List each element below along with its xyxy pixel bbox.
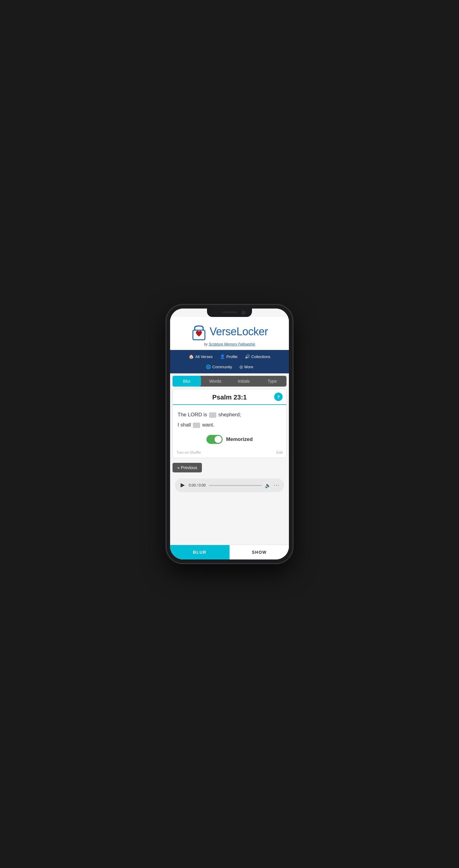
nav-community-label: Community <box>212 365 232 369</box>
blur-word-2 <box>193 423 200 428</box>
nav-row-2: 🌐 Community ◎ More <box>172 363 287 373</box>
verse-text-part1b: shepherd; <box>219 412 241 417</box>
show-button[interactable]: SHOW <box>230 545 289 559</box>
nav-profile[interactable]: 👤 Profile <box>217 353 240 360</box>
notch-speaker <box>222 312 237 313</box>
memorized-row: Memorized <box>177 430 282 447</box>
tab-type[interactable]: Type <box>258 376 287 386</box>
blur-button[interactable]: BLUR <box>170 545 230 559</box>
nav-all-verses[interactable]: 🏠 All Verses <box>186 353 216 360</box>
nav-bar: 🏠 All Verses 👤 Profile 🔊 Collections 🌐 <box>170 350 289 373</box>
bottom-bar: BLUR SHOW <box>170 545 289 559</box>
audio-time: 0:00 / 0:00 <box>189 483 206 488</box>
subtitle-link[interactable]: Scripture Memory Fellowship <box>209 342 255 346</box>
memorized-toggle[interactable] <box>206 435 223 444</box>
edit-link[interactable]: Edit <box>276 451 283 455</box>
audio-player: 0:00 / 0:00 🔈 ⋮ <box>175 478 284 492</box>
nav-more-label: More <box>244 365 254 369</box>
nav-profile-label: Profile <box>227 354 238 359</box>
nav-more[interactable]: ◎ More <box>236 363 257 370</box>
verse-footer: Turn on Shuffle Edit <box>173 449 286 458</box>
nav-community[interactable]: 🌐 Community <box>203 363 235 370</box>
verse-card: Psalm 23:1 ? The LORD is shepherd; I sha… <box>172 389 287 458</box>
phone-frame: VerseLocker by Scripture Memory Fellowsh… <box>166 305 293 563</box>
help-button[interactable]: ? <box>274 393 283 401</box>
volume-icon[interactable]: 🔈 <box>265 483 271 488</box>
verse-reference: Psalm 23:1 <box>212 394 247 401</box>
verse-text-line2: I shall want. <box>177 420 282 430</box>
collections-icon: 🔊 <box>245 354 250 359</box>
verse-text-line1: The LORD is shepherd; <box>177 410 282 420</box>
nav-all-verses-label: All Verses <box>195 354 213 359</box>
tab-blur[interactable]: Blur <box>172 376 201 386</box>
app-logo-icon <box>191 323 207 340</box>
play-icon <box>181 483 185 488</box>
verse-body: The LORD is shepherd; I shall want. <box>173 405 286 449</box>
screen-content: VerseLocker by Scripture Memory Fellowsh… <box>170 309 289 545</box>
community-icon: 🌐 <box>206 364 211 369</box>
notch-camera <box>242 311 245 314</box>
tab-initials[interactable]: Initials <box>230 376 258 386</box>
nav-collections[interactable]: 🔊 Collections <box>242 353 273 360</box>
memorized-label: Memorized <box>226 436 253 442</box>
nav-row-1: 🏠 All Verses 👤 Profile 🔊 Collections <box>172 353 287 363</box>
profile-icon: 👤 <box>220 354 225 359</box>
home-icon: 🏠 <box>189 354 194 359</box>
tab-words[interactable]: Words <box>201 376 230 386</box>
verse-text-part2b: want. <box>202 422 215 428</box>
mode-tabs: Blur Words Initials Type <box>172 376 287 386</box>
nav-collections-label: Collections <box>252 354 271 359</box>
audio-progress-bar[interactable] <box>209 485 262 486</box>
app-title: VerseLocker <box>210 326 268 338</box>
logo-area: VerseLocker <box>175 323 284 340</box>
verse-header: Psalm 23:1 ? <box>173 389 286 405</box>
previous-button[interactable]: « Previous <box>172 463 202 472</box>
blur-word-1 <box>209 412 216 418</box>
app-subtitle: by Scripture Memory Fellowship <box>175 342 284 346</box>
verse-text-part1: The LORD is <box>177 412 207 417</box>
play-button[interactable] <box>180 482 186 488</box>
app-header: VerseLocker by Scripture Memory Fellowsh… <box>170 317 289 350</box>
notch <box>207 309 252 317</box>
verse-text-part2: I shall <box>177 422 191 428</box>
audio-more-icon[interactable]: ⋮ <box>273 483 280 488</box>
phone-screen: VerseLocker by Scripture Memory Fellowsh… <box>170 309 289 559</box>
shuffle-link[interactable]: Turn on Shuffle <box>176 451 201 455</box>
more-icon: ◎ <box>239 364 243 369</box>
toggle-knob <box>215 436 222 443</box>
